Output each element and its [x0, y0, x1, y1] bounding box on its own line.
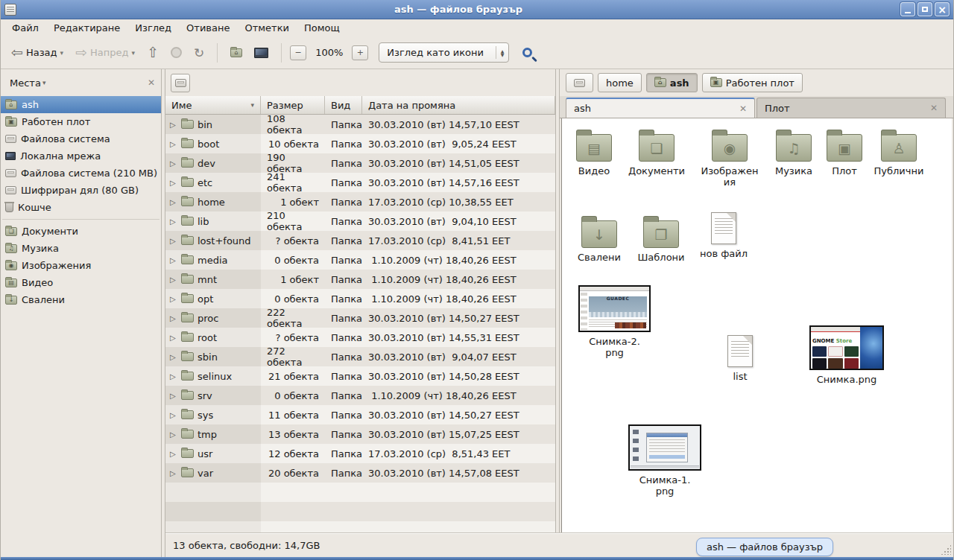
expander-icon[interactable]: ▷ [170, 450, 177, 458]
tree-row-home[interactable]: ▷home1 обектПапка17.03.2010 (ср) 10,38,5… [165, 192, 555, 211]
home-button[interactable]: ⌂ [226, 45, 247, 60]
expander-icon[interactable]: ▷ [170, 372, 177, 381]
tree-row-sbin[interactable]: ▷sbin272 обектаПапка30.03.2010 (вт) 9,04… [165, 347, 555, 366]
zoom-in-button[interactable]: + [352, 45, 368, 60]
menu-item-5[interactable]: Помощ [297, 21, 347, 35]
forward-dropdown-icon[interactable]: ▾ [131, 49, 135, 57]
expander-icon[interactable]: ▷ [170, 411, 177, 419]
sidebar-title[interactable]: Места [10, 77, 41, 89]
tree-row-etc[interactable]: ▷etc241 обектаПапка30.03.2010 (вт) 14,57… [165, 173, 555, 192]
tree-row-selinux[interactable]: ▷selinux21 обектаПапка30.03.2010 (вт) 14… [165, 366, 555, 386]
sidebar-item-7[interactable]: ❏Документи [1, 223, 161, 240]
column-header-3[interactable]: Дата на промяна [362, 96, 555, 114]
file-item-documents[interactable]: ❏Документи [625, 128, 689, 176]
expander-icon[interactable]: ▷ [170, 179, 177, 187]
file-item-templates[interactable]: ❐Шаблони [629, 214, 693, 263]
expander-icon[interactable]: ▷ [170, 140, 177, 148]
column-header-0[interactable]: Име▾ [165, 96, 261, 114]
tab-Плот[interactable]: Плот✕ [756, 98, 946, 118]
sidebar-item-11[interactable]: ↓Свалени [1, 291, 161, 308]
tree-row-srv[interactable]: ▷srv0 обектаПапка 1.10.2009 (чт) 18,40,2… [165, 386, 555, 405]
expander-icon[interactable]: ▷ [170, 430, 177, 439]
tree-row-sys[interactable]: ▷sys11 обектаПапка30.03.2010 (вт) 14,50,… [165, 405, 555, 424]
titlebar[interactable]: ash — файлов браузър × [1, 0, 953, 19]
resize-grip[interactable] [941, 544, 951, 555]
tree-row-lost+found[interactable]: ▷lost+found? обектаПапка17.03.2010 (ср) … [165, 231, 555, 250]
sidebar-item-2[interactable]: Файлова система [1, 130, 161, 147]
menu-item-4[interactable]: Отметки [238, 21, 295, 35]
sidebar-close-icon[interactable]: ✕ [148, 77, 155, 88]
menu-item-2[interactable]: Изглед [128, 21, 178, 35]
file-item-snimka2[interactable]: GUADECСнимка-2.png [577, 285, 652, 359]
sidebar-item-3[interactable]: Локална мрежа [1, 147, 161, 165]
file-item-pictures[interactable]: ◉Изображения [698, 128, 762, 188]
computer-button[interactable] [250, 45, 273, 61]
expander-icon[interactable]: ▷ [170, 121, 177, 129]
up-button[interactable]: ⇧ [142, 42, 163, 63]
tree-row-tmp[interactable]: ▷tmp13 обектаПапка30.03.2010 (вт) 15,07,… [165, 424, 555, 444]
reload-button[interactable]: ↻ [189, 42, 209, 63]
file-item-snimka1[interactable]: Снимка-1.png [627, 424, 703, 497]
expander-icon[interactable]: ▷ [170, 237, 177, 245]
expander-icon[interactable]: ▷ [170, 353, 177, 361]
expander-icon[interactable]: ▷ [170, 256, 177, 264]
tab-close-icon[interactable]: ✕ [739, 104, 747, 114]
file-item-list[interactable]: list [708, 335, 772, 382]
breadcrumb-desktop[interactable]: ▣Работен плот [702, 73, 803, 92]
expander-icon[interactable]: ▷ [170, 334, 177, 342]
breadcrumb-root[interactable] [566, 73, 593, 92]
sidebar-item-1[interactable]: ▣Работен плот [1, 113, 161, 130]
expander-icon[interactable]: ▷ [170, 469, 177, 477]
breadcrumb-ash[interactable]: ⌂ash [646, 73, 698, 92]
forward-button[interactable]: ⇨ Напред ▾ [71, 42, 139, 63]
close-button[interactable]: × [935, 2, 950, 16]
expander-icon[interactable]: ▷ [170, 159, 177, 168]
expander-icon[interactable]: ▷ [170, 314, 177, 322]
tree-row-lib[interactable]: ▷lib210 обектаПапка30.03.2010 (вт) 9,04,… [165, 211, 555, 231]
sidebar-item-9[interactable]: ◉Изображения [1, 257, 161, 274]
tree-root-button[interactable] [171, 74, 190, 92]
sidebar-dropdown-icon[interactable]: ▾ [42, 79, 46, 86]
tree-row-var[interactable]: ▷var20 обектаПапка30.03.2010 (вт) 14,57,… [165, 463, 555, 483]
column-header-1[interactable]: Размер [261, 96, 325, 114]
expander-icon[interactable]: ▷ [170, 276, 177, 284]
expander-icon[interactable]: ▷ [170, 217, 177, 226]
tree-row-media[interactable]: ▷media0 обектаПапка 1.10.2009 (чт) 18,40… [165, 250, 555, 270]
sidebar-item-5[interactable]: Шифриран дял (80 GB) [1, 182, 161, 199]
minimize-button[interactable] [900, 2, 915, 16]
expander-icon[interactable]: ▷ [170, 295, 177, 303]
tree-row-mnt[interactable]: ▷mnt1 обектПапка 1.10.2009 (чт) 18,40,26… [165, 270, 555, 289]
tree-row-boot[interactable]: ▷boot10 обектаПапка30.03.2010 (вт) 9,05,… [165, 134, 555, 153]
search-icon[interactable] [522, 48, 532, 57]
tree-row-bin[interactable]: ▷bin108 обектаПапка30.03.2010 (вт) 14,57… [165, 115, 555, 134]
sidebar-item-6[interactable]: Кошче [1, 199, 161, 216]
tree-row-proc[interactable]: ▷proc222 обектаПапка30.03.2010 (вт) 14,5… [165, 308, 555, 328]
sidebar-item-0[interactable]: ⌂ash [1, 96, 161, 113]
file-item-snimka[interactable]: GNOME StoreСнимка.png [808, 325, 885, 385]
zoom-out-button[interactable]: − [290, 45, 306, 60]
maximize-button[interactable] [917, 2, 932, 16]
file-item-public[interactable]: ♙Публични [867, 128, 931, 176]
sidebar-item-4[interactable]: Файлова система (210 MB) [1, 165, 161, 182]
file-item-newfile[interactable]: нов файл [692, 212, 756, 259]
sidebar-item-10[interactable]: ▤Видео [1, 274, 161, 291]
tree-row-usr[interactable]: ▷usr12 обектаПапка17.03.2010 (ср) 8,51,4… [165, 444, 555, 463]
file-item-downloads[interactable]: ↓Свалени [567, 214, 631, 263]
tree-row-dev[interactable]: ▷dev190 обектаПапка30.03.2010 (вт) 14,51… [165, 153, 555, 173]
expander-icon[interactable]: ▷ [170, 392, 177, 400]
tab-ash[interactable]: ash✕ [566, 98, 755, 118]
back-dropdown-icon[interactable]: ▾ [60, 49, 64, 57]
menu-item-0[interactable]: Файл [5, 21, 45, 35]
expander-icon[interactable]: ▷ [170, 198, 177, 206]
file-item-videos[interactable]: ▤Видео [562, 128, 626, 176]
menu-item-1[interactable]: Редактиране [47, 21, 127, 35]
menu-item-3[interactable]: Отиване [180, 21, 236, 35]
back-button[interactable]: ⇦ Назад ▾ [7, 42, 68, 63]
column-header-2[interactable]: Вид [325, 96, 362, 114]
sidebar-item-8[interactable]: ♫Музика [1, 240, 161, 257]
breadcrumb-home[interactable]: home [598, 73, 642, 92]
view-mode-select[interactable]: Изглед като икони ▲▼ [379, 42, 509, 63]
tree-row-root[interactable]: ▷root? обектаПапка30.03.2010 (вт) 14,55,… [165, 328, 555, 347]
tree-row-opt[interactable]: ▷opt0 обектаПапка 1.10.2009 (чт) 18,40,2… [165, 289, 555, 308]
stop-button[interactable] [166, 44, 186, 61]
